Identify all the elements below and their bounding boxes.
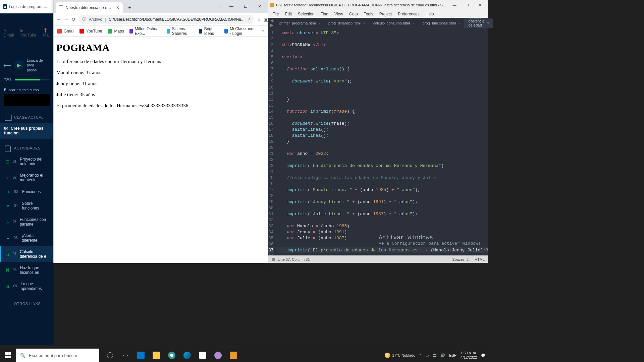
minimize-button[interactable]: — [448, 1, 461, 9]
task-view-button[interactable] [103, 349, 117, 362]
menu-file[interactable]: File [270, 11, 281, 17]
nav-back-button[interactable]: ← [56, 16, 61, 22]
bookmark-saberes[interactable]: Sistema Saberes [167, 26, 194, 36]
code-area[interactable]: <meta charset="UTF-8"> <h1>POGRAMA </h1>… [276, 28, 488, 255]
omnibox[interactable]: ⓘ Archivo | C:/Users/escritorio/Document… [79, 15, 254, 24]
maps-icon [108, 29, 112, 34]
list-icon: ≣ [5, 235, 10, 241]
browser-tab[interactable]: Nuestra diferencia de edad es.ht ✕ [56, 2, 123, 13]
sublime-titlebar: C:\Users\escritorio\Documents\LOGICA DE … [268, 0, 488, 10]
generic-icon [129, 29, 133, 34]
bookmark-star-icon[interactable]: ☆ [257, 16, 261, 22]
sidepanel-icon[interactable]: ▣ [264, 16, 268, 22]
reload-button[interactable]: ⟳ [72, 16, 76, 22]
close-icon[interactable]: × [363, 21, 365, 25]
lesson-item-02[interactable]: ▷ 02 Mejorando el mantenir [0, 170, 54, 186]
lesson-item-06[interactable]: ≣ 06 ¡Alerta diferente! [0, 230, 54, 246]
tab-nav[interactable]: ◀ ▶ [270, 18, 273, 27]
chevron-down-icon[interactable]: ⌄ [217, 3, 221, 8]
code-tab[interactable]: calculo_consumo.html× [369, 18, 419, 28]
nav-forward-button[interactable]: → [64, 16, 69, 22]
bookmarks-overflow[interactable]: » [262, 29, 264, 34]
new-tab-button[interactable]: + [125, 3, 134, 12]
close-icon[interactable]: × [487, 21, 489, 25]
code-tab-active[interactable]: Nuestra diferencia de edad es.html× [464, 18, 493, 28]
bookmark-bright[interactable]: Bright Ideas [199, 26, 219, 36]
bookmark-maps[interactable]: Maps [108, 29, 124, 34]
maximize-button[interactable]: ☐ [239, 2, 252, 11]
maximize-button[interactable]: ☐ [461, 1, 473, 9]
close-button[interactable]: ✕ [474, 1, 486, 9]
bookmark-classroom[interactable]: Mi Classroom - Login [224, 26, 257, 36]
edge-app[interactable] [180, 349, 195, 362]
lesson-item-07[interactable]: ▢ 07 Cálculo diferencia de e [0, 246, 54, 262]
menu-edit[interactable]: Edit [282, 11, 294, 17]
weather-widget[interactable]: 17°C Nublado [385, 353, 415, 358]
code-tab[interactable]: prog_dinamico.html× [324, 18, 369, 28]
status-icon[interactable] [272, 258, 275, 261]
menu-project[interactable]: Project [377, 11, 394, 17]
chrome-app[interactable] [164, 349, 179, 362]
bookmark-gmail[interactable]: Gmail [57, 29, 74, 34]
status-spaces[interactable]: Spaces: 2 [452, 257, 469, 261]
page-line: Jenny tiene: 31 años [56, 81, 265, 86]
back-arrow-icon[interactable]: ⟵ [3, 62, 11, 68]
alura-bookmark-maps[interactable]: 📍 Má [43, 28, 50, 38]
explorer-app[interactable] [149, 349, 164, 362]
code-tab[interactable]: prog_funciones.html× [419, 18, 465, 28]
start-button[interactable] [0, 349, 16, 362]
lesson-item-08[interactable]: ⌘ 08 Haz lo que hicimos en [0, 262, 54, 278]
tray-chevron-icon[interactable]: ˄ [419, 353, 421, 358]
book-icon: ▢ [5, 159, 9, 164]
course-search-input[interactable] [4, 94, 50, 106]
bookmark-milton[interactable]: Milton Ochoa - Exp... [129, 26, 161, 36]
clock[interactable]: 1:59 p. m. 4/12/2022 [461, 351, 477, 360]
language-indicator[interactable]: ESP [449, 353, 457, 357]
alura-bookmark-youtube[interactable]: ▶ YouTube [20, 28, 36, 38]
menu-goto[interactable]: Goto [346, 11, 361, 17]
menu-help[interactable]: Help [423, 11, 437, 17]
menu-view[interactable]: View [332, 11, 346, 17]
store-app[interactable] [195, 349, 210, 362]
section-otros-links: OTROS LINKS [0, 294, 54, 309]
alura-bookmark-gmail[interactable]: M Gmail [3, 28, 14, 38]
network-icon[interactable]: ▭ [425, 353, 429, 358]
lesson-item-09[interactable]: ⧉ 09 Lo que aprendimos [0, 278, 54, 294]
cortana-button[interactable]: ⋮⋮ [118, 349, 133, 362]
tab-close-icon[interactable]: ✕ [116, 5, 119, 10]
menu-selection[interactable]: Selection [295, 11, 317, 17]
status-position[interactable]: Line 37, Column 81 [278, 257, 310, 261]
close-icon[interactable]: × [413, 21, 415, 25]
doc-icon: ⧉ [5, 284, 10, 289]
mail-app[interactable] [133, 349, 148, 362]
alura-sidebar: M Gmail ▶ YouTube 📍 Má ⟵ ▶ Lógica de pro… [0, 13, 54, 345]
code-tab[interactable]: primer_programa.html× [275, 18, 324, 28]
windows-taskbar: 🔍 Escribe aquí para buscar ⋮⋮ 17°C Nubla… [0, 349, 488, 362]
lesson-item-05[interactable]: ▷ 05 Funciones con paráme [0, 214, 54, 230]
current-lesson[interactable]: 04. Cree sus propias funcion [0, 123, 54, 139]
close-icon[interactable]: × [459, 21, 461, 25]
page-line: La diferencia de edades con mi Hermano y… [56, 59, 265, 64]
menu-find[interactable]: Find [318, 11, 331, 17]
close-button[interactable]: ✕ [253, 2, 266, 11]
status-language[interactable]: HTML [475, 257, 485, 261]
sublime-app[interactable] [226, 349, 241, 362]
bookmark-youtube[interactable]: YouTube [79, 29, 102, 34]
lesson-item-04[interactable]: ≣ 04 Sobre funciones [0, 198, 54, 214]
share-icon[interactable]: ↗ [247, 17, 251, 22]
volume-icon[interactable]: 🔊 [440, 353, 445, 358]
section-clase-actual: CLASE ACTUAL [0, 109, 54, 123]
battery-icon[interactable]: 🗔 [433, 353, 436, 357]
taskbar-search[interactable]: 🔍 Escribe aquí para buscar [16, 349, 99, 362]
menu-preferences[interactable]: Preferences [395, 11, 422, 17]
editor-body[interactable]: 1 2 3 4 5 6 7 8 9 10 11 12 13 14 15 16 1… [268, 28, 488, 255]
status-bar: Line 37, Column 81 Spaces: 2 HTML [268, 255, 488, 263]
generic-app[interactable] [211, 349, 225, 362]
notifications-icon[interactable]: 💬 [481, 353, 486, 358]
lesson-item-03[interactable]: ▷ 03 Funciones [0, 186, 54, 198]
menu-tools[interactable]: Tools [361, 11, 376, 17]
lesson-item-01[interactable]: ▢ 01 Proyecto del aula ante [0, 154, 54, 170]
tab-title: Nuestra diferencia de edad es.ht [66, 5, 112, 10]
minimize-button[interactable]: — [225, 2, 238, 11]
close-icon[interactable]: × [318, 21, 320, 25]
